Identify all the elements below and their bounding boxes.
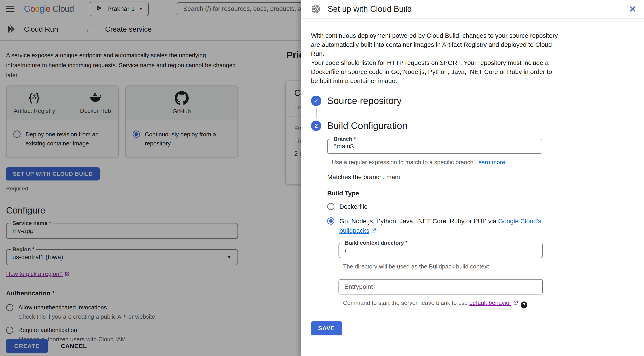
build-context-helper: The directory will be used as the Buildp…: [343, 263, 635, 270]
stepper-connector: [316, 108, 316, 119]
default-behavior-link[interactable]: default behavior: [469, 299, 518, 306]
buildpack-options: Build context directory * The directory …: [338, 243, 635, 308]
external-link-icon: [512, 300, 518, 307]
step-number-icon: 2: [311, 121, 321, 131]
branch-field[interactable]: Branch *: [327, 139, 542, 154]
help-icon[interactable]: ?: [520, 301, 528, 308]
option-label: Go, Node.js, Python, Java, .NET Core, Ru…: [340, 216, 552, 236]
step-check-icon: ✓: [311, 96, 321, 106]
panel-intro-paragraph-2: Your code should listen for HTTP request…: [311, 58, 560, 86]
close-icon[interactable]: ✕: [629, 5, 636, 14]
panel-intro-paragraph-1: With continuous deployment powered by Cl…: [311, 31, 560, 58]
save-button[interactable]: SAVE: [311, 321, 342, 335]
panel-title: Set up with Cloud Build: [328, 4, 622, 14]
radio-buildpacks[interactable]: [327, 217, 334, 225]
learn-more-link[interactable]: Learn more: [475, 159, 505, 166]
panel-body: With continuous deployment powered by Cl…: [301, 19, 644, 335]
build-type-heading: Build Type: [327, 190, 635, 197]
branch-input[interactable]: [334, 143, 536, 150]
step-source-repository[interactable]: ✓ Source repository: [311, 96, 635, 106]
radio-dockerfile[interactable]: [327, 203, 334, 210]
external-link-icon: [370, 227, 376, 236]
step-build-configuration[interactable]: 2 Build Configuration: [311, 120, 635, 131]
branch-match-note: Matches the branch: main: [327, 173, 635, 181]
build-context-field[interactable]: Build context directory *: [338, 243, 543, 258]
entrypoint-input[interactable]: [338, 279, 543, 294]
entrypoint-helper: Command to start the server, leave blank…: [343, 299, 635, 308]
stepper: ✓ Source repository 2 Build Configuratio…: [311, 96, 635, 308]
branch-label: Branch *: [332, 136, 358, 143]
build-configuration-form: Branch * Use a regular expression to mat…: [327, 139, 635, 308]
build-context-input[interactable]: [345, 247, 536, 254]
branch-helper: Use a regular expression to match to a s…: [332, 159, 635, 166]
step-title: Source repository: [327, 96, 402, 106]
build-type-dockerfile[interactable]: Dockerfile: [327, 202, 635, 211]
cloud-build-panel: Set up with Cloud Build ✕ With continuou…: [301, 0, 644, 356]
panel-header: Set up with Cloud Build ✕: [301, 0, 644, 19]
option-label: Dockerfile: [340, 202, 368, 211]
build-context-label: Build context directory *: [343, 239, 409, 246]
step-title: Build Configuration: [327, 120, 408, 131]
build-type-buildpacks[interactable]: Go, Node.js, Python, Java, .NET Core, Ru…: [327, 216, 635, 236]
cloud-build-icon: [310, 4, 321, 14]
